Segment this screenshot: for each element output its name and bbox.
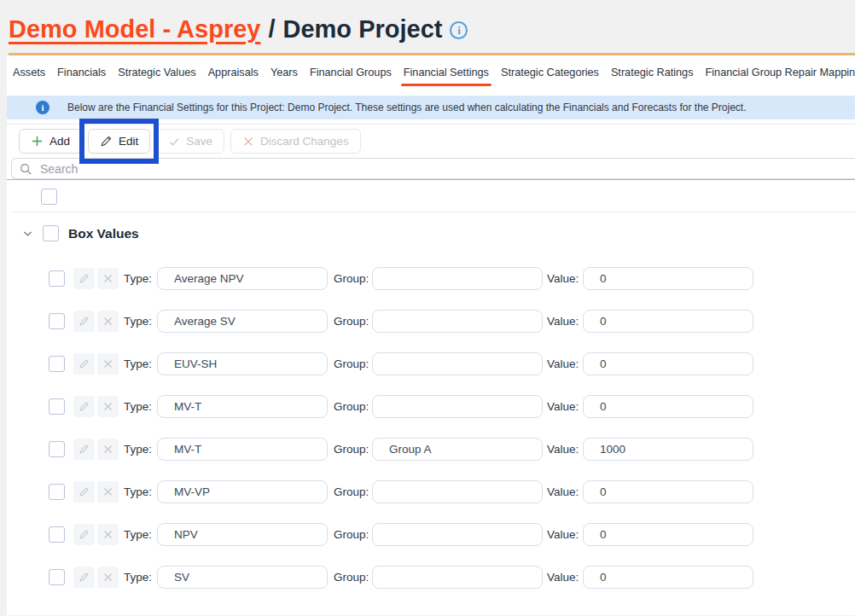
row-delete-button[interactable] <box>97 396 119 417</box>
row-edit-button[interactable] <box>73 439 95 460</box>
type-input[interactable] <box>157 310 328 333</box>
group-input[interactable] <box>372 352 543 375</box>
row-delete-button[interactable] <box>97 353 119 375</box>
type-label: Type: <box>124 315 154 328</box>
financial-setting-row: Type: Group: Value: <box>7 257 855 299</box>
row-edit-button[interactable] <box>73 396 95 417</box>
tab-financial-settings[interactable]: Financial Settings <box>404 67 489 86</box>
row-checkbox[interactable] <box>49 356 65 372</box>
search-icon <box>19 162 32 176</box>
tab-years[interactable]: Years <box>270 67 298 86</box>
group-label: Group: <box>334 400 372 413</box>
tab-appraisals[interactable]: Appraisals <box>208 67 259 86</box>
type-label: Type: <box>124 571 154 584</box>
group-input[interactable] <box>372 523 543 546</box>
type-input[interactable] <box>157 395 328 418</box>
value-input[interactable] <box>583 267 753 290</box>
tab-bar: Assets Financials Strategic Values Appra… <box>7 55 855 86</box>
row-edit-button[interactable] <box>73 524 95 545</box>
group-input[interactable] <box>372 480 543 503</box>
value-input[interactable] <box>583 523 753 546</box>
row-delete-button[interactable] <box>97 439 119 460</box>
type-input[interactable] <box>157 523 328 546</box>
search-box[interactable] <box>11 158 855 179</box>
row-delete-button[interactable] <box>97 311 119 332</box>
group-input[interactable] <box>372 395 543 418</box>
x-icon <box>102 572 113 583</box>
tab-financial-groups[interactable]: Financial Groups <box>310 67 392 86</box>
group-label: Group: <box>334 528 372 541</box>
row-checkbox[interactable] <box>49 398 65 415</box>
tab-assets[interactable]: Assets <box>13 67 45 86</box>
financial-setting-row: Type: Group: Value: <box>7 427 855 470</box>
x-icon <box>102 444 113 455</box>
value-label: Value: <box>547 272 583 285</box>
value-label: Value: <box>547 315 583 328</box>
pencil-icon <box>100 135 113 148</box>
chevron-down-icon[interactable] <box>22 228 33 239</box>
type-input[interactable] <box>157 352 328 375</box>
row-delete-button[interactable] <box>97 481 119 503</box>
pencil-icon <box>79 529 90 540</box>
financial-settings-list: Type: Group: Value: Type: Group: Value: … <box>7 257 855 598</box>
add-button[interactable]: Add <box>19 129 82 154</box>
page-title: Demo Model - Asprey / Demo Project i <box>9 14 855 44</box>
row-checkbox[interactable] <box>49 526 65 543</box>
row-delete-button[interactable] <box>97 268 119 289</box>
value-input[interactable] <box>583 395 753 418</box>
group-label: Group: <box>334 571 372 584</box>
value-input[interactable] <box>583 566 753 589</box>
financial-setting-row: Type: Group: Value: <box>7 342 855 385</box>
value-label: Value: <box>547 400 583 413</box>
save-button[interactable]: Save <box>156 129 224 154</box>
tab-financial-group-repair-mappings[interactable]: Financial Group Repair Mappings <box>706 67 855 86</box>
group-input[interactable] <box>372 267 543 290</box>
tab-strategic-ratings[interactable]: Strategic Ratings <box>611 67 694 86</box>
row-checkbox[interactable] <box>49 270 65 287</box>
row-edit-button[interactable] <box>73 567 95 588</box>
group-checkbox[interactable] <box>43 225 59 241</box>
project-title: Demo Project <box>283 14 443 44</box>
search-input[interactable] <box>38 161 855 177</box>
type-input[interactable] <box>157 480 328 503</box>
select-all-checkbox[interactable] <box>41 189 57 205</box>
discard-changes-button[interactable]: Discard Changes <box>230 129 361 154</box>
row-edit-button[interactable] <box>73 268 95 289</box>
group-input[interactable] <box>372 566 543 589</box>
tab-strategic-values[interactable]: Strategic Values <box>118 67 195 86</box>
group-label: Group: <box>334 357 372 370</box>
project-info-icon[interactable]: i <box>450 21 468 39</box>
type-label: Type: <box>124 357 154 370</box>
type-label: Type: <box>124 443 154 456</box>
value-label: Value: <box>547 357 583 370</box>
pencil-icon <box>79 444 90 455</box>
type-label: Type: <box>124 400 154 413</box>
row-delete-button[interactable] <box>97 524 119 545</box>
tab-strategic-categories[interactable]: Strategic Categories <box>501 67 599 86</box>
pencil-icon <box>79 486 90 497</box>
value-input[interactable] <box>583 480 753 503</box>
type-input[interactable] <box>157 267 328 290</box>
row-checkbox[interactable] <box>49 569 65 585</box>
type-input[interactable] <box>157 438 328 461</box>
value-input[interactable] <box>583 352 753 375</box>
group-input[interactable] <box>372 438 543 461</box>
value-input[interactable] <box>583 310 753 333</box>
row-edit-button[interactable] <box>73 311 95 332</box>
group-input[interactable] <box>372 310 543 333</box>
row-checkbox[interactable] <box>49 441 65 457</box>
edit-button[interactable]: Edit <box>88 129 150 154</box>
row-edit-button[interactable] <box>73 353 95 375</box>
model-breadcrumb-link[interactable]: Demo Model - Asprey <box>9 14 260 44</box>
type-input[interactable] <box>157 566 328 589</box>
row-delete-button[interactable] <box>97 567 119 588</box>
select-all-row <box>7 180 855 212</box>
row-checkbox[interactable] <box>49 484 65 500</box>
value-label: Value: <box>547 571 583 584</box>
group-title: Box Values <box>68 226 139 241</box>
row-checkbox[interactable] <box>49 313 65 329</box>
tab-financials[interactable]: Financials <box>57 67 106 86</box>
value-input[interactable] <box>583 438 753 461</box>
search-bottom-divider <box>7 179 855 180</box>
row-edit-button[interactable] <box>73 481 95 503</box>
